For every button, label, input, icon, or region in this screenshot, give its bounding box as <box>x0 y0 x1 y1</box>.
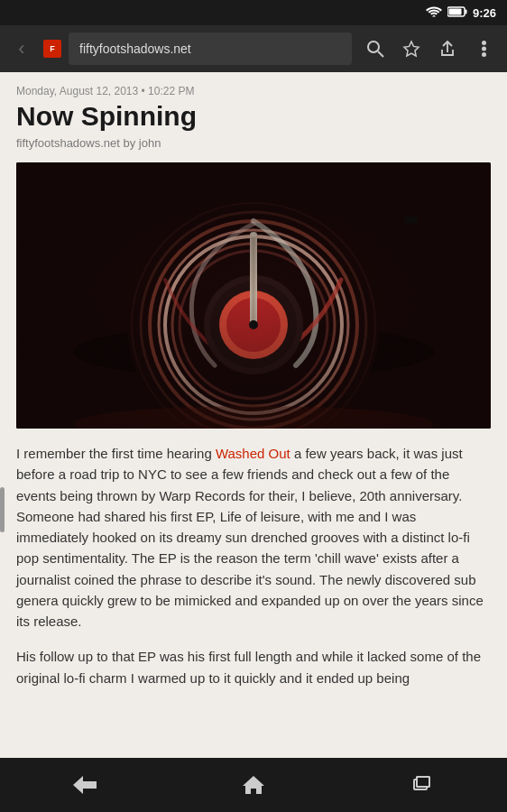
browser-back-button[interactable]: ‹ <box>7 34 36 63</box>
url-bar[interactable]: fiftyfootshadows.net <box>69 32 352 65</box>
washed-out-link[interactable]: Washed Out <box>216 446 290 461</box>
post-body: I remember the first time hearing Washed… <box>16 443 491 688</box>
svg-rect-33 <box>417 777 429 787</box>
nav-back-button[interactable] <box>58 765 112 805</box>
post-byline: fiftyfootshadows.net by john <box>16 136 491 150</box>
svg-point-8 <box>482 52 486 57</box>
svg-rect-28 <box>16 162 491 429</box>
browser-search-button[interactable] <box>359 32 392 65</box>
svg-line-4 <box>378 51 383 57</box>
svg-rect-1 <box>465 9 466 14</box>
browser-star-button[interactable] <box>395 32 428 65</box>
svg-point-3 <box>368 42 379 52</box>
browser-actions <box>359 32 500 65</box>
body-text-after-link: a few years back, it was just before a r… <box>16 446 484 629</box>
url-text: fiftyfootshadows.net <box>79 42 191 56</box>
time-display: 9:26 <box>473 6 496 20</box>
svg-rect-2 <box>448 8 461 14</box>
post-title: Now Spinning <box>16 101 491 131</box>
svg-point-7 <box>482 47 486 51</box>
svg-marker-31 <box>243 776 264 794</box>
wifi-icon <box>426 5 442 20</box>
browser-bar: ‹ F fiftyfootshadows.net <box>0 25 507 72</box>
scroll-handle[interactable] <box>0 487 5 532</box>
recents-icon <box>412 775 432 795</box>
nav-home-button[interactable] <box>226 765 281 805</box>
body-paragraph-2: His follow up to that EP was his first f… <box>16 646 491 688</box>
status-bar: 9:26 <box>0 0 507 25</box>
browser-favicon: F <box>43 40 61 58</box>
status-icons: 9:26 <box>426 5 496 20</box>
svg-marker-30 <box>73 776 97 794</box>
page-content: Monday, August 12, 2013 • 10:22 PM Now S… <box>0 72 507 758</box>
body-text-before-link: I remember the first time hearing <box>16 446 216 461</box>
post-date: Monday, August 12, 2013 • 10:22 PM <box>16 85 491 97</box>
browser-share-button[interactable] <box>431 32 464 65</box>
battery-icon <box>447 6 467 20</box>
browser-menu-button[interactable] <box>467 32 500 65</box>
svg-point-6 <box>482 41 486 45</box>
svg-marker-5 <box>404 42 419 56</box>
post-image <box>16 162 491 429</box>
nav-bar <box>0 758 507 812</box>
home-nav-icon <box>242 774 265 796</box>
nav-recents-button[interactable] <box>395 765 449 805</box>
back-icon <box>72 775 97 795</box>
